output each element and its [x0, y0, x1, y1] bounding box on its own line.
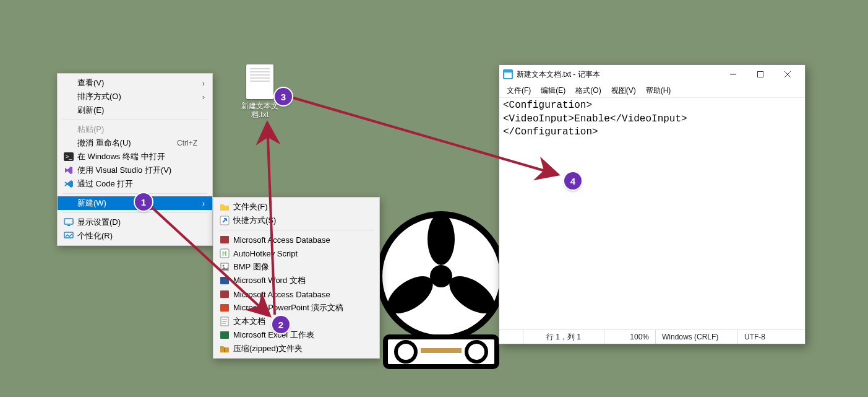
notepad-menu-item[interactable]: 帮助(H) — [641, 85, 676, 96]
svg-text:>_: >_ — [66, 154, 72, 160]
menu-item-label: 撤消 重命名(U) — [75, 137, 177, 149]
menu-item-label: 通过 Code 打开 — [75, 178, 200, 190]
step-bubble-2: 2 — [272, 316, 290, 333]
status-eol: Windows (CRLF) — [655, 330, 737, 344]
context_main-item[interactable]: 通过 Code 打开 — [58, 177, 212, 191]
notepad-menu-item[interactable]: 文件(F) — [502, 85, 536, 96]
notepad-statusbar: 行 1，列 1 100% Windows (CRLF) UTF-8 — [499, 329, 805, 344]
menu-item-label: Microsoft Excel 工作表 — [231, 329, 367, 341]
folder-icon — [218, 203, 231, 211]
notepad-menubar: 文件(F)编辑(E)格式(O)视图(V)帮助(H) — [499, 84, 805, 98]
notepad-text-area[interactable]: <Configuration> <VideoInput>Enable</Vide… — [499, 98, 805, 329]
menu-separator — [62, 120, 207, 120]
notepad-titlebar[interactable]: 新建文本文档.txt - 记事本 — [499, 65, 805, 84]
notepad-menu-item[interactable]: 编辑(E) — [536, 85, 570, 96]
notepad-menu-item[interactable]: 视图(V) — [606, 85, 641, 96]
access-icon — [218, 235, 231, 245]
notepad-menu-item[interactable]: 格式(O) — [570, 85, 606, 96]
txt-icon — [218, 316, 231, 326]
menu-separator — [218, 230, 374, 230]
menu-item-label: Microsoft Word 文档 — [231, 275, 367, 286]
menu-item-label: Microsoft PowerPoint 演示文稿 — [231, 302, 367, 313]
svg-text:H: H — [222, 250, 226, 257]
visualstudio-icon — [62, 165, 75, 175]
menu-item-label: 在 Windows 终端 中打开 — [75, 151, 200, 162]
file-page-icon — [246, 64, 273, 99]
notepad-window: 新建文本文档.txt - 记事本 文件(F)编辑(E)格式(O)视图(V)帮助(… — [499, 64, 806, 344]
menu-item-label: 显示设置(D) — [75, 217, 200, 228]
context_new-item[interactable]: BMP 图像 — [213, 260, 379, 274]
menu-item-shortcut: Ctrl+Z — [177, 139, 200, 147]
context_main-item: 粘贴(P) — [58, 123, 212, 136]
svg-rect-31 — [758, 72, 763, 77]
notepad-title: 新建文本文档.txt - 记事本 — [517, 69, 720, 80]
menu-separator — [62, 193, 207, 194]
bmp-icon — [218, 262, 231, 272]
svg-rect-14 — [220, 236, 229, 243]
menu-item-label: 使用 Visual Studio 打开(V) — [75, 165, 200, 176]
menu-item-label: 压缩(zipped)文件夹 — [231, 343, 367, 354]
maximize-button[interactable] — [747, 66, 774, 83]
terminal-icon: >_ — [62, 152, 75, 161]
svg-rect-19 — [220, 277, 229, 284]
excel-icon — [218, 330, 231, 340]
personalize-icon — [62, 232, 75, 240]
notepad-app-icon — [503, 69, 513, 79]
context_main-item[interactable]: 刷新(E) — [58, 103, 212, 117]
chevron-right-icon: › — [200, 79, 207, 88]
svg-rect-27 — [224, 347, 225, 352]
close-button[interactable] — [774, 66, 801, 83]
context_new-item[interactable]: Microsoft Word 文档 — [213, 274, 379, 287]
menu-item-label: 刷新(E) — [75, 105, 200, 116]
menu-item-label: AutoHotkey Script — [231, 249, 367, 258]
svg-rect-11 — [67, 225, 70, 226]
file-label: 新建文本文 档.txt — [241, 102, 278, 120]
svg-rect-10 — [64, 219, 73, 224]
menu-item-label: 粘贴(P) — [75, 124, 200, 135]
word-icon — [218, 276, 231, 286]
status-encoding: UTF-8 — [737, 330, 805, 344]
context_main-item[interactable]: 使用 Visual Studio 打开(V) — [58, 164, 212, 177]
menu-separator — [62, 212, 207, 213]
step-bubble-1: 1 — [135, 193, 152, 211]
context_main-item[interactable]: >_在 Windows 终端 中打开 — [58, 150, 212, 164]
context_new-item[interactable]: Microsoft Access Database — [213, 287, 379, 301]
ahk-icon: H — [218, 248, 231, 258]
context_main-item[interactable]: 撤消 重命名(U)Ctrl+Z — [58, 136, 212, 150]
svg-rect-29 — [504, 70, 512, 72]
context-menu-desktop: 查看(V)›排序方式(O)›刷新(E)粘贴(P)撤消 重命名(U)Ctrl+Z>… — [57, 73, 213, 246]
status-zoom: 100% — [604, 330, 655, 344]
access-icon — [218, 289, 231, 299]
context_new-item[interactable]: 文件夹(F) — [213, 200, 379, 214]
ppt-icon — [218, 303, 231, 313]
chevron-right-icon: › — [200, 199, 207, 208]
context_main-item[interactable]: 个性化(R) — [58, 229, 212, 243]
context_new-item[interactable]: Microsoft PowerPoint 演示文稿 — [213, 301, 379, 315]
minimize-button[interactable] — [720, 66, 747, 83]
svg-rect-12 — [64, 232, 73, 238]
context_main-item[interactable]: 排序方式(O)› — [58, 90, 212, 103]
context_new-item[interactable]: Microsoft Excel 工作表 — [213, 328, 379, 342]
context_main-item[interactable]: 查看(V)› — [58, 76, 212, 90]
menu-item-label: 文本文档 — [231, 316, 367, 327]
context_new-item[interactable]: Microsoft Access Database — [213, 233, 379, 246]
menu-item-label: BMP 图像 — [231, 261, 367, 273]
context_new-item[interactable]: 快捷方式(S) — [213, 214, 379, 227]
svg-rect-21 — [220, 304, 229, 312]
context_new-item[interactable]: 压缩(zipped)文件夹 — [213, 342, 379, 356]
svg-point-2 — [428, 213, 455, 265]
vscode-icon — [62, 179, 75, 189]
status-position: 行 1，列 1 — [523, 330, 604, 344]
step-bubble-4: 4 — [564, 172, 582, 190]
menu-item-label: 查看(V) — [75, 77, 200, 89]
svg-rect-20 — [220, 290, 229, 298]
context_new-item[interactable]: HAutoHotkey Script — [213, 246, 379, 260]
menu-item-label: Microsoft Access Database — [231, 235, 367, 245]
menu-item-label: 快捷方式(S) — [231, 215, 367, 226]
zip-icon — [218, 344, 231, 353]
context_new-item[interactable]: 文本文档 — [213, 315, 379, 328]
context_main-item[interactable]: 显示设置(D) — [58, 216, 212, 229]
wallpaper-cartoon — [376, 202, 506, 369]
desktop-file-newtxt[interactable]: 新建文本文 档.txt — [241, 64, 278, 120]
svg-rect-26 — [220, 331, 229, 339]
